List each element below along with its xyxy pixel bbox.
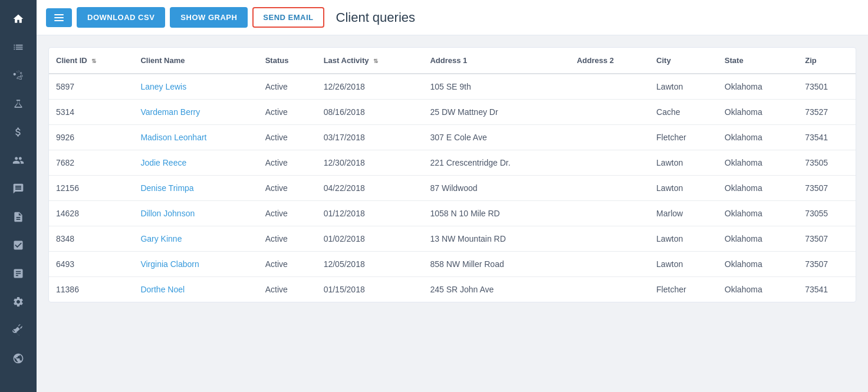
cell-client_name[interactable]: Jodie Reece bbox=[133, 150, 258, 176]
col-header-status: Status bbox=[258, 48, 317, 74]
cell-client_id: 5897 bbox=[49, 74, 133, 100]
cell-state: Oklahoma bbox=[718, 74, 798, 100]
cell-zip: 73541 bbox=[798, 125, 856, 150]
cell-address2 bbox=[570, 125, 649, 150]
cell-client_name[interactable]: Vardeman Berry bbox=[133, 100, 258, 125]
cell-status: Active bbox=[258, 226, 317, 252]
cell-state: Oklahoma bbox=[718, 277, 798, 302]
hamburger-icon bbox=[54, 14, 64, 21]
cell-last_activity: 01/15/2018 bbox=[317, 277, 423, 302]
cell-zip: 73501 bbox=[798, 74, 856, 100]
cell-zip: 73505 bbox=[798, 150, 856, 176]
cell-city: Lawton bbox=[649, 150, 718, 176]
cell-zip: 73507 bbox=[798, 226, 856, 252]
table-row: 7682Jodie ReeceActive12/30/2018221 Cresc… bbox=[49, 150, 856, 176]
table-container: Client ID ⇅ Client Name Status Last Acti… bbox=[48, 47, 856, 302]
col-header-client-id[interactable]: Client ID ⇅ bbox=[49, 48, 133, 74]
col-header-client-name: Client Name bbox=[133, 48, 258, 74]
cell-last_activity: 01/02/2018 bbox=[317, 226, 423, 252]
cell-state: Oklahoma bbox=[718, 100, 798, 125]
table-row: 14628Dillon JohnsonActive01/12/20181058 … bbox=[49, 201, 856, 226]
sidebar-item-tools[interactable] bbox=[5, 317, 31, 343]
sidebar-item-users[interactable] bbox=[5, 147, 31, 173]
sidebar-item-home[interactable] bbox=[5, 6, 31, 32]
cell-client_name[interactable]: Denise Trimpa bbox=[133, 176, 258, 201]
send-email-button[interactable]: SEND EMAIL bbox=[252, 7, 324, 28]
cell-city: Lawton bbox=[649, 226, 718, 252]
sidebar-item-integrations[interactable] bbox=[5, 345, 31, 371]
cell-address1: 13 NW Mountain RD bbox=[423, 226, 570, 252]
content-area: Client ID ⇅ Client Name Status Last Acti… bbox=[37, 35, 868, 392]
cell-last_activity: 08/16/2018 bbox=[317, 100, 423, 125]
cell-zip: 73055 bbox=[798, 201, 856, 226]
cell-client_name[interactable]: Dillon Johnson bbox=[133, 201, 258, 226]
cell-address2 bbox=[570, 100, 649, 125]
cell-last_activity: 01/12/2018 bbox=[317, 201, 423, 226]
cell-status: Active bbox=[258, 176, 317, 201]
col-header-last-activity[interactable]: Last Activity ⇅ bbox=[317, 48, 423, 74]
col-header-address2: Address 2 bbox=[570, 48, 649, 74]
table-body: 5897Laney LewisActive12/26/2018105 SE 9t… bbox=[49, 74, 856, 302]
page-title: Client queries bbox=[336, 10, 416, 25]
cell-state: Oklahoma bbox=[718, 226, 798, 252]
cell-address1: 307 E Cole Ave bbox=[423, 125, 570, 150]
cell-city: Lawton bbox=[649, 176, 718, 201]
cell-address1: 858 NW Miller Road bbox=[423, 252, 570, 277]
cell-client_name[interactable]: Laney Lewis bbox=[133, 74, 258, 100]
cell-city: Cache bbox=[649, 100, 718, 125]
col-header-state: State bbox=[718, 48, 798, 74]
cell-address2 bbox=[570, 201, 649, 226]
cell-last_activity: 12/26/2018 bbox=[317, 74, 423, 100]
download-csv-button[interactable]: DOWNLOAD CSV bbox=[77, 7, 165, 28]
table-row: 12156Denise TrimpaActive04/22/201887 Wil… bbox=[49, 176, 856, 201]
cell-client_id: 11386 bbox=[49, 277, 133, 302]
cell-zip: 73527 bbox=[798, 100, 856, 125]
cell-status: Active bbox=[258, 150, 317, 176]
sidebar-item-pets[interactable] bbox=[5, 62, 31, 88]
cell-address1: 1058 N 10 Mile RD bbox=[423, 201, 570, 226]
cell-address1: 25 DW Mattney Dr bbox=[423, 100, 570, 125]
cell-address1: 221 Crescentridge Dr. bbox=[423, 150, 570, 176]
sidebar-item-lab[interactable] bbox=[5, 91, 31, 117]
client-table: Client ID ⇅ Client Name Status Last Acti… bbox=[49, 48, 856, 302]
col-header-address1: Address 1 bbox=[423, 48, 570, 74]
sidebar-item-tasks[interactable] bbox=[5, 232, 31, 258]
cell-last_activity: 03/17/2018 bbox=[317, 125, 423, 150]
sidebar-item-list[interactable] bbox=[5, 34, 31, 60]
menu-button[interactable] bbox=[46, 8, 72, 27]
cell-status: Active bbox=[258, 252, 317, 277]
cell-address1: 105 SE 9th bbox=[423, 74, 570, 100]
toolbar: DOWNLOAD CSV SHOW GRAPH SEND EMAIL Clien… bbox=[37, 0, 868, 35]
cell-client_name[interactable]: Gary Kinne bbox=[133, 226, 258, 252]
cell-address2 bbox=[570, 252, 649, 277]
cell-address2 bbox=[570, 277, 649, 302]
table-row: 5314Vardeman BerryActive08/16/201825 DW … bbox=[49, 100, 856, 125]
cell-client_name[interactable]: Virginia Claborn bbox=[133, 252, 258, 277]
cell-state: Oklahoma bbox=[718, 150, 798, 176]
table-row: 5897Laney LewisActive12/26/2018105 SE 9t… bbox=[49, 74, 856, 100]
cell-status: Active bbox=[258, 125, 317, 150]
cell-client_name[interactable]: Dorthe Noel bbox=[133, 277, 258, 302]
show-graph-button[interactable]: SHOW GRAPH bbox=[170, 7, 248, 28]
cell-state: Oklahoma bbox=[718, 125, 798, 150]
cell-client_name[interactable]: Madison Leonhart bbox=[133, 125, 258, 150]
cell-zip: 73507 bbox=[798, 176, 856, 201]
sidebar-item-messages[interactable] bbox=[5, 176, 31, 202]
sidebar-item-settings[interactable] bbox=[5, 289, 31, 315]
col-header-zip: Zip bbox=[798, 48, 856, 74]
cell-address2 bbox=[570, 74, 649, 100]
cell-status: Active bbox=[258, 277, 317, 302]
cell-client_id: 5314 bbox=[49, 100, 133, 125]
cell-city: Lawton bbox=[649, 252, 718, 277]
sidebar-item-documents[interactable] bbox=[5, 204, 31, 230]
sidebar-item-billing[interactable] bbox=[5, 119, 31, 145]
cell-status: Active bbox=[258, 100, 317, 125]
cell-zip: 73507 bbox=[798, 252, 856, 277]
cell-address2 bbox=[570, 226, 649, 252]
sort-icon-client-id: ⇅ bbox=[91, 58, 96, 64]
table-row: 6493Virginia ClabornActive12/05/2018858 … bbox=[49, 252, 856, 277]
cell-city: Marlow bbox=[649, 201, 718, 226]
cell-zip: 73541 bbox=[798, 277, 856, 302]
main-content: DOWNLOAD CSV SHOW GRAPH SEND EMAIL Clien… bbox=[37, 0, 868, 392]
sidebar-item-reports[interactable] bbox=[5, 261, 31, 286]
